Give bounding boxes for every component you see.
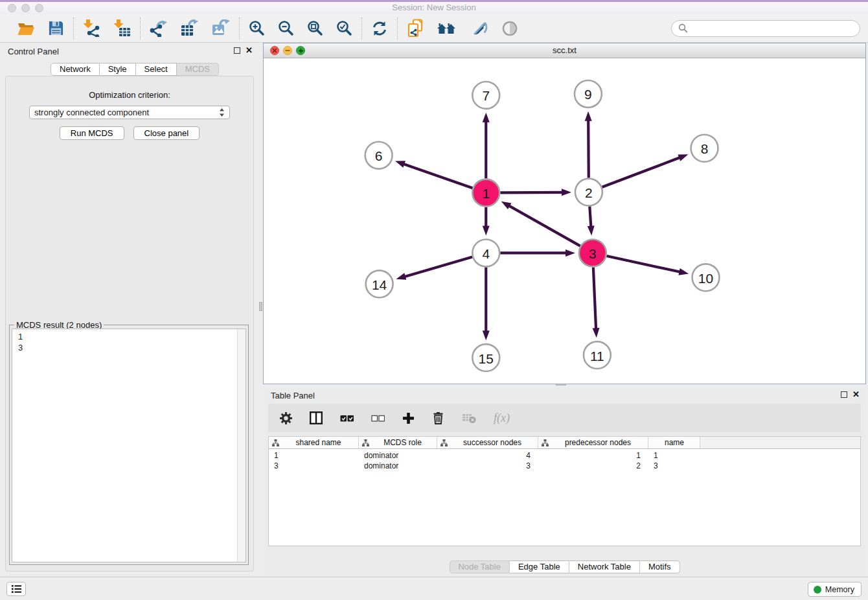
first-neighbors-icon[interactable] bbox=[437, 21, 457, 36]
column-header-name[interactable]: name bbox=[648, 437, 700, 448]
table-cell[interactable]: 3 bbox=[437, 461, 538, 470]
refresh-layout-icon[interactable] bbox=[371, 20, 388, 37]
table-cell[interactable]: 1 bbox=[269, 451, 359, 460]
tab-select[interactable]: Select bbox=[136, 63, 177, 76]
paint-style-icon[interactable] bbox=[470, 19, 488, 38]
zoom-out-icon[interactable] bbox=[278, 20, 294, 36]
vertical-splitter-handle[interactable] bbox=[259, 302, 262, 311]
tab-network[interactable]: Network bbox=[51, 63, 100, 76]
save-session-icon[interactable] bbox=[48, 20, 64, 36]
show-graphics-details-icon[interactable] bbox=[501, 20, 518, 37]
tab-network-table[interactable]: Network Table bbox=[569, 560, 640, 573]
graph-edge-1-7[interactable] bbox=[483, 113, 490, 179]
table-row[interactable]: 1dominator411 bbox=[269, 450, 860, 461]
memory-button[interactable]: Memory bbox=[808, 582, 862, 597]
close-panel-icon[interactable]: ✕ bbox=[246, 47, 253, 54]
graph-node-15[interactable]: 15 bbox=[472, 344, 499, 371]
criterion-select[interactable]: strongly connected component bbox=[29, 106, 230, 119]
column-settings-gear-icon[interactable] bbox=[280, 412, 292, 424]
clone-network-icon[interactable] bbox=[407, 19, 424, 38]
table-cell[interactable]: dominator bbox=[359, 451, 437, 460]
graph-edge-1-4[interactable] bbox=[483, 207, 490, 236]
window-zoom-icon[interactable] bbox=[35, 4, 43, 12]
show-log-button[interactable] bbox=[6, 582, 26, 596]
graph-edge-2-8[interactable] bbox=[602, 154, 688, 187]
graph-edge-1-6[interactable] bbox=[395, 161, 472, 188]
table-cell[interactable]: 3 bbox=[269, 461, 359, 470]
graph-node-2[interactable]: 2 bbox=[575, 179, 602, 206]
window-close-icon[interactable] bbox=[8, 4, 16, 12]
zoom-in-icon[interactable] bbox=[249, 20, 265, 36]
table-cell[interactable]: dominator bbox=[359, 461, 437, 470]
export-table-icon[interactable] bbox=[181, 19, 199, 37]
import-network-icon[interactable] bbox=[83, 19, 100, 37]
mcds-result-text[interactable]: 1 3 bbox=[12, 329, 246, 562]
network-graph[interactable]: 7968124314101511 bbox=[264, 58, 865, 384]
graph-edge-4-3[interactable] bbox=[500, 249, 575, 257]
column-header-shared-name[interactable]: shared name bbox=[269, 437, 359, 448]
tab-mcds[interactable]: MCDS bbox=[177, 63, 219, 76]
table-cell[interactable]: 1 bbox=[538, 451, 648, 460]
graph-edge-4-14[interactable] bbox=[396, 257, 472, 280]
window-minimize-icon[interactable] bbox=[21, 4, 30, 12]
float-panel-icon[interactable] bbox=[234, 47, 240, 54]
column-chooser-icon[interactable] bbox=[310, 411, 323, 424]
column-header-predecessor-nodes[interactable]: predecessor nodes bbox=[538, 437, 648, 448]
graph-edge-1-2[interactable] bbox=[500, 189, 571, 196]
graph-edge-2-9[interactable] bbox=[585, 111, 592, 178]
zoom-fit-icon[interactable] bbox=[307, 20, 323, 36]
float-table-panel-icon[interactable] bbox=[841, 391, 847, 398]
apply-function-icon[interactable]: f(x) bbox=[494, 411, 510, 425]
close-table-panel-icon[interactable]: ✕ bbox=[852, 391, 860, 398]
tab-edge-table[interactable]: Edge Table bbox=[510, 560, 569, 573]
table-cell[interactable]: 1 bbox=[648, 451, 700, 460]
import-table-icon[interactable] bbox=[113, 19, 131, 37]
select-all-checkboxes-icon[interactable] bbox=[340, 414, 354, 422]
graph-node-1[interactable]: 1 bbox=[472, 179, 499, 207]
result-scrollbar[interactable] bbox=[237, 329, 246, 562]
column-header-successor-nodes[interactable]: successor nodes bbox=[437, 437, 538, 448]
graph-edge-3-11[interactable] bbox=[593, 267, 600, 338]
graph-edge-3-1[interactable] bbox=[501, 202, 580, 246]
zoom-selected-icon[interactable] bbox=[336, 20, 352, 36]
table-cell[interactable]: 2 bbox=[538, 461, 648, 470]
graph-edge-4-15[interactable] bbox=[483, 267, 490, 340]
column-header-MCDS-role[interactable]: MCDS role bbox=[359, 437, 437, 448]
tab-motifs[interactable]: Motifs bbox=[640, 560, 680, 573]
close-panel-button[interactable]: Close panel bbox=[133, 126, 200, 140]
graph-node-3[interactable]: 3 bbox=[579, 239, 606, 266]
table-cell[interactable]: 4 bbox=[437, 451, 538, 460]
graph-node-14[interactable]: 14 bbox=[366, 270, 393, 297]
search-box[interactable] bbox=[671, 20, 860, 37]
table-cell[interactable]: 3 bbox=[648, 461, 700, 470]
graph-node-11[interactable]: 11 bbox=[584, 341, 611, 369]
graph-node-9[interactable]: 9 bbox=[575, 80, 602, 108]
window-title: Session: New Session bbox=[0, 2, 868, 14]
delete-column-icon[interactable] bbox=[432, 411, 444, 424]
graph-edge-2-3[interactable] bbox=[588, 207, 595, 236]
tab-node-table[interactable]: Node Table bbox=[449, 560, 510, 573]
delete-table-icon[interactable] bbox=[462, 413, 476, 424]
graph-node-10[interactable]: 10 bbox=[692, 264, 720, 291]
table-row[interactable]: 3dominator323 bbox=[269, 461, 860, 471]
graph-node-label: 10 bbox=[698, 271, 713, 286]
network-canvas[interactable]: 7968124314101511 bbox=[264, 58, 865, 384]
graph-node-8[interactable]: 8 bbox=[691, 135, 718, 162]
network-minimize-icon[interactable] bbox=[283, 46, 292, 55]
export-image-icon[interactable] bbox=[212, 19, 230, 37]
network-close-icon[interactable] bbox=[270, 46, 279, 55]
graph-node-4[interactable]: 4 bbox=[472, 239, 499, 266]
deselect-all-checkboxes-icon[interactable] bbox=[371, 414, 385, 422]
graph-node-6[interactable]: 6 bbox=[365, 142, 393, 169]
network-maximize-icon[interactable] bbox=[296, 46, 305, 55]
export-network-icon[interactable] bbox=[150, 19, 168, 37]
search-input[interactable] bbox=[692, 23, 853, 33]
run-mcds-button[interactable]: Run MCDS bbox=[60, 126, 124, 140]
column-type-icon bbox=[272, 439, 279, 446]
network-window-titlebar[interactable]: scc.txt bbox=[264, 43, 865, 58]
add-column-icon[interactable] bbox=[402, 412, 415, 424]
graph-edge-3-10[interactable] bbox=[606, 256, 689, 275]
open-session-icon[interactable] bbox=[17, 21, 35, 36]
tab-style[interactable]: Style bbox=[100, 63, 136, 76]
graph-node-7[interactable]: 7 bbox=[472, 82, 499, 109]
